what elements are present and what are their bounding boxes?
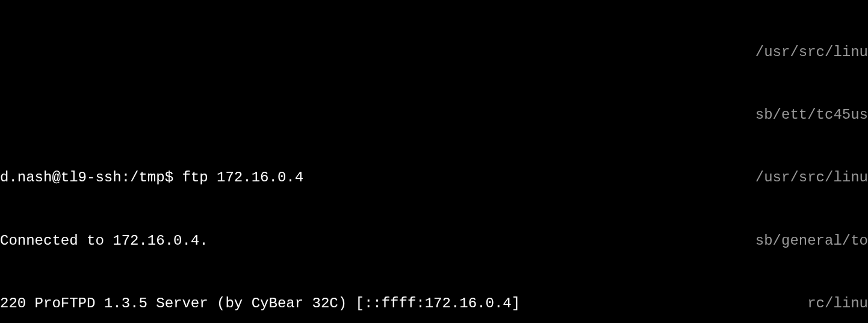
terminal-line: Connected to 172.16.0.4. <box>0 231 868 252</box>
terminal-line: 220 ProFTPD 1.3.5 Server (by CyBear 32C)… <box>0 293 868 315</box>
terminal-output[interactable]: d.nash@tl9-ssh:/tmp$ ftp 172.16.0.4 Conn… <box>0 126 868 323</box>
terminal-line: d.nash@tl9-ssh:/tmp$ ftp 172.16.0.4 <box>0 168 868 189</box>
bg-path: sb/ett/tc45us <box>755 105 868 126</box>
bg-path: /usr/src/linu <box>755 42 868 63</box>
